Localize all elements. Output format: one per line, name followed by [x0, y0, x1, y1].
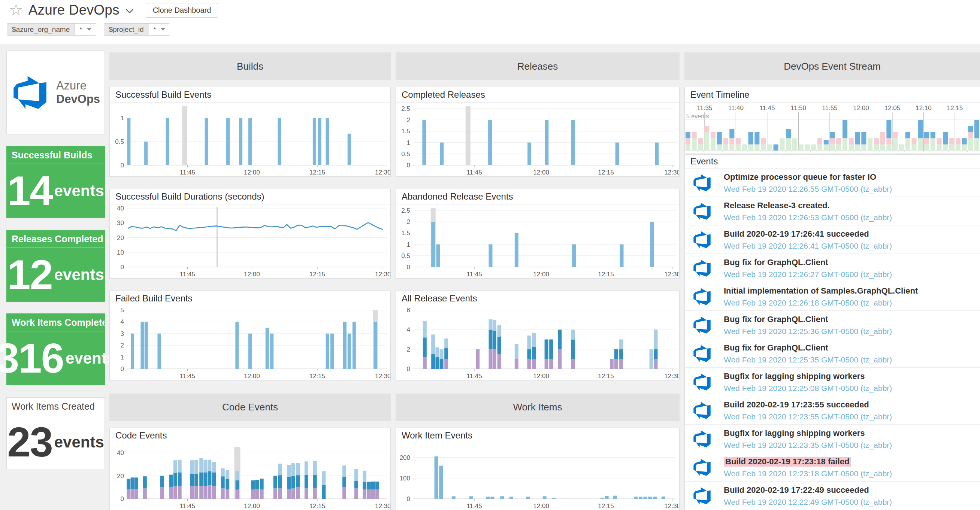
- all-release-events-chart[interactable]: 024611:4512:0012:1512:30: [396, 306, 679, 380]
- panel-title[interactable]: Failed Build Events: [110, 291, 390, 306]
- svg-text:12:30: 12:30: [375, 271, 390, 278]
- azure-devops-icon: [692, 486, 712, 505]
- code-events-chart[interactable]: 0204011:4512:0012:1512:30: [110, 443, 390, 510]
- variable-azure-org-name[interactable]: $azure_org_name *: [7, 23, 96, 36]
- clone-dashboard-button[interactable]: Clone Dashboard: [146, 3, 218, 17]
- svg-text:11:50: 11:50: [791, 105, 806, 111]
- event-timestamp: Wed Feb 19 2020 12:26:41 GMT-0500 (tz_ab…: [724, 241, 976, 251]
- svg-text:4: 4: [121, 318, 124, 326]
- svg-text:11:45: 11:45: [466, 271, 482, 278]
- event-timestamp: Wed Feb 19 2020 12:23:55 GMT-0500 (tz_ab…: [724, 412, 976, 421]
- stat-value: 316: [0, 337, 64, 379]
- svg-text:2: 2: [121, 342, 124, 349]
- event-row[interactable]: Optimize processor queue for faster IOWe…: [685, 168, 980, 197]
- variable-value: *: [154, 24, 156, 35]
- event-timestamp: Wed Feb 19 2020 12:23:18 GMT-0500 (tz_ab…: [724, 469, 976, 478]
- panel-title[interactable]: Abandoned Release Events: [396, 189, 679, 205]
- svg-text:0: 0: [121, 162, 124, 169]
- event-row[interactable]: Build 2020-02-19 17:26:41 succeededWed F…: [685, 226, 980, 254]
- event-title: Optimize processor queue for faster IO: [724, 172, 976, 182]
- variable-project-id[interactable]: $project_id *: [104, 23, 170, 36]
- azure-devops-icon: [692, 429, 712, 449]
- dashboard-title[interactable]: Azure DevOps: [29, 2, 119, 18]
- event-row[interactable]: Bugfix for lagging shipping workersWed F…: [685, 425, 980, 453]
- panel-title[interactable]: Work Item Events: [396, 428, 679, 443]
- template-variables-row: $azure_org_name * $project_id *: [7, 23, 170, 36]
- work-item-events-chart[interactable]: 010020011:4512:0012:1512:30: [396, 443, 679, 510]
- event-row[interactable]: Initial implementation of Samples.GraphQ…: [685, 282, 980, 311]
- event-row[interactable]: Build 2020-02-19 17:23:55 succeededWed F…: [685, 396, 980, 425]
- panel-azure-devops-logo: Azure DevOps: [6, 51, 105, 134]
- azure-devops-icon: [692, 258, 712, 278]
- chevron-down-icon: [161, 28, 165, 31]
- panel-title[interactable]: Code Events: [110, 428, 390, 443]
- event-title: Initial implementation of Samples.GraphQ…: [724, 286, 976, 296]
- event-row[interactable]: Bug fix for GraphQL.ClientWed Feb 19 202…: [685, 339, 980, 368]
- svg-text:2: 2: [407, 116, 410, 124]
- abandoned-release-events-chart[interactable]: 00.511.522.511:4512:0012:1512:30: [396, 205, 679, 278]
- dashboard-title-row: ☆ Azure DevOps Clone Dashboard: [9, 2, 218, 18]
- successful-build-durations-chart[interactable]: 01020304011:4512:0012:1512:30: [110, 205, 390, 278]
- panel-title[interactable]: All Release Events: [396, 291, 679, 306]
- svg-text:12:10: 12:10: [916, 105, 932, 111]
- event-row[interactable]: Bug fix for GraphQL.ClientWed Feb 19 202…: [685, 254, 980, 282]
- event-row[interactable]: Build 2020-02-19 17:23:18 failedWed Feb …: [685, 453, 980, 481]
- event-timestamp: Wed Feb 19 2020 12:26:18 GMT-0500 (tz_ab…: [724, 299, 976, 307]
- section-header-builds: Builds: [110, 52, 391, 80]
- svg-text:11:35: 11:35: [697, 105, 712, 111]
- stat-successful-builds: Successful Builds 14events: [6, 146, 105, 218]
- event-row[interactable]: Release Release-3 created.Wed Feb 19 202…: [685, 197, 980, 226]
- section-header-work-items: Work Items: [396, 394, 679, 421]
- event-title: Bugfix for lagging shipping workers: [724, 372, 976, 381]
- panel-title[interactable]: Successful Build Events: [110, 87, 390, 103]
- svg-text:5: 5: [121, 307, 124, 314]
- event-title: Bug fix for GraphQL.Client: [724, 343, 976, 353]
- event-title: Build 2020-02-19 17:26:41 succeeded: [724, 229, 976, 239]
- svg-text:0.5: 0.5: [401, 151, 410, 158]
- completed-releases-chart[interactable]: 00.511.522.511:4512:0012:1512:30: [396, 103, 679, 176]
- panel-title[interactable]: Event Timeline: [685, 87, 980, 103]
- azure-devops-icon: [692, 202, 712, 221]
- section-header-devops-event-stream: DevOps Event Stream: [684, 52, 980, 80]
- svg-text:10: 10: [117, 249, 124, 256]
- variable-label: $project_id: [104, 24, 149, 35]
- svg-text:2.5: 2.5: [401, 105, 410, 112]
- event-title: Build 2020-02-19 17:22:49 succeeded: [724, 485, 976, 495]
- svg-text:11:45: 11:45: [180, 169, 195, 176]
- event-row[interactable]: Bug fix for GraphQL.ClientWed Feb 19 202…: [685, 311, 980, 339]
- successful-build-events-chart[interactable]: 00.5111:4512:0012:1512:30: [110, 103, 390, 176]
- svg-text:12:30: 12:30: [375, 502, 390, 510]
- svg-text:1: 1: [121, 114, 124, 122]
- top-bar: ☆ Azure DevOps Clone Dashboard $azure_or…: [0, 0, 980, 44]
- variable-value: *: [80, 24, 82, 35]
- stat-releases-completed: Releases Completed 12events: [6, 230, 105, 302]
- svg-text:0: 0: [407, 496, 410, 502]
- event-row[interactable]: Bugfix for lagging shipping workersWed F…: [685, 368, 980, 396]
- chevron-down-icon[interactable]: [126, 9, 134, 14]
- panel-title[interactable]: Completed Releases: [396, 87, 679, 103]
- svg-text:12:00: 12:00: [244, 502, 260, 510]
- failed-build-events-chart[interactable]: 01234511:4512:0012:1512:30: [110, 306, 390, 380]
- svg-text:100: 100: [400, 475, 410, 482]
- event-row[interactable]: Build 2020-02-19 17:22:49 succeededWed F…: [685, 481, 980, 510]
- svg-text:12:15: 12:15: [598, 271, 614, 278]
- favorite-star-icon[interactable]: ☆: [9, 2, 23, 18]
- event-timestamp: Wed Feb 19 2020 12:25:35 GMT-0500 (tz_ab…: [724, 355, 976, 364]
- azure-devops-icon: [692, 315, 712, 335]
- section-header-code-events: Code Events: [110, 394, 391, 421]
- svg-text:12:00: 12:00: [533, 502, 549, 510]
- stat-value: 12: [7, 254, 52, 296]
- azure-devops-logo-icon: [11, 74, 49, 111]
- event-timeline-chart[interactable]: 11:3511:4011:4511:5011:5512:0012:0512:10…: [685, 103, 980, 153]
- svg-text:12:15: 12:15: [598, 169, 614, 176]
- svg-text:11:45: 11:45: [759, 105, 775, 111]
- panel-title[interactable]: Successful Build Durations (seconds): [110, 189, 390, 205]
- svg-text:12:15: 12:15: [309, 169, 326, 176]
- svg-text:1: 1: [121, 354, 124, 361]
- chevron-down-icon: [87, 28, 91, 31]
- svg-text:12:05: 12:05: [885, 105, 900, 111]
- svg-text:30: 30: [117, 219, 124, 227]
- stat-work-items-completed: Work Items Completed 316events: [6, 313, 105, 385]
- svg-text:12:00: 12:00: [533, 169, 549, 176]
- events-list-title: Events: [685, 155, 980, 168]
